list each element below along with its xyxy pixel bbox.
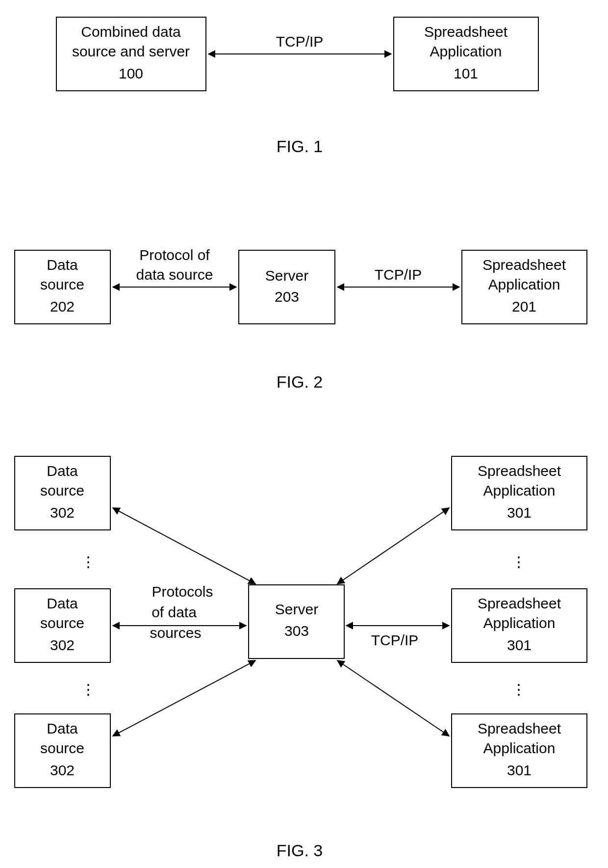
fig1-box-right-line2: Application: [430, 43, 502, 59]
fig2-box-mid-line1: Server: [265, 267, 308, 284]
fig2-arrow-left-label1: Protocol of: [139, 247, 210, 263]
fig3-ds-mid-line1: Data: [47, 595, 78, 611]
fig3-arrow-app-bot: [337, 660, 449, 736]
fig3-server-line2: 303: [284, 623, 309, 639]
fig3-dots-left-1: ⋮: [81, 553, 96, 570]
fig-3: Data source 302 ⋮ Data source 302 ⋮ Data…: [15, 456, 587, 860]
fig3-app-top-line1: Spreadsheet: [478, 463, 561, 479]
fig1-box-left-line2: source and server: [72, 43, 190, 59]
fig-2: Data source 202 Server 203 Spreadsheet A…: [15, 247, 587, 391]
fig1-box-right-line3: 101: [454, 65, 478, 81]
fig1-caption: FIG. 1: [277, 137, 323, 156]
fig3-app-bot-line2: Application: [483, 740, 556, 756]
fig2-box-right-line3: 201: [512, 298, 536, 315]
fig1-box-right-line1: Spreadsheet: [424, 24, 508, 40]
fig2-box-mid-line2: 203: [275, 289, 299, 305]
fig2-caption: FIG. 2: [277, 372, 323, 391]
fig3-app-bot-line3: 301: [507, 762, 532, 778]
fig2-box-left-line1: Data: [47, 257, 78, 273]
fig2-box-right-line2: Application: [488, 276, 560, 292]
fig3-server-line1: Server: [275, 601, 318, 617]
fig-1: Combined data source and server 100 Spre…: [56, 17, 538, 156]
fig3-app-top-line2: Application: [483, 482, 556, 499]
fig3-app-mid-line3: 301: [507, 637, 532, 653]
fig2-box-left-line3: 202: [50, 298, 75, 315]
fig1-box-left-line3: 100: [119, 65, 143, 81]
fig3-arrow-app-top: [337, 508, 449, 584]
fig3-app-bot-line1: Spreadsheet: [478, 720, 561, 736]
fig3-left-label3: sources: [150, 625, 201, 641]
fig3-left-label2: of data: [152, 604, 197, 620]
fig3-ds-top-line1: Data: [47, 463, 78, 479]
fig3-ds-top-line2: source: [40, 482, 84, 499]
fig3-arrow-ds-bot: [113, 660, 255, 736]
fig2-box-left-line2: source: [40, 276, 84, 292]
fig3-server: [249, 585, 344, 658]
fig3-ds-bot-line1: Data: [47, 720, 78, 736]
fig2-box-mid: [239, 250, 335, 324]
fig3-ds-bot-line2: source: [40, 740, 84, 756]
fig3-app-mid-line2: Application: [483, 615, 556, 631]
fig3-right-label: TCP/IP: [371, 632, 419, 648]
diagram-page: Combined data source and server 100 Spre…: [0, 0, 608, 868]
fig3-dots-left-2: ⋮: [81, 681, 96, 697]
fig3-ds-top-line3: 302: [50, 504, 75, 521]
fig1-arrow-label: TCP/IP: [276, 33, 324, 50]
fig2-box-right-line1: Spreadsheet: [482, 257, 566, 273]
fig3-dots-right-1: ⋮: [511, 553, 526, 570]
fig3-ds-mid-line2: source: [40, 615, 84, 631]
fig3-dots-right-2: ⋮: [511, 681, 526, 697]
fig3-arrow-ds-top: [113, 508, 255, 584]
fig2-arrow-left-label2: data source: [136, 266, 213, 283]
fig3-app-mid-line1: Spreadsheet: [478, 595, 561, 611]
fig3-left-label1: Protocols: [152, 583, 213, 600]
fig1-box-left-line1: Combined data: [81, 24, 181, 40]
fig2-arrow-right-label: TCP/IP: [375, 266, 422, 283]
fig3-ds-mid-line3: 302: [50, 637, 75, 653]
fig3-caption: FIG. 3: [277, 841, 323, 860]
fig3-app-top-line3: 301: [507, 504, 532, 521]
fig3-ds-bot-line3: 302: [50, 762, 75, 778]
